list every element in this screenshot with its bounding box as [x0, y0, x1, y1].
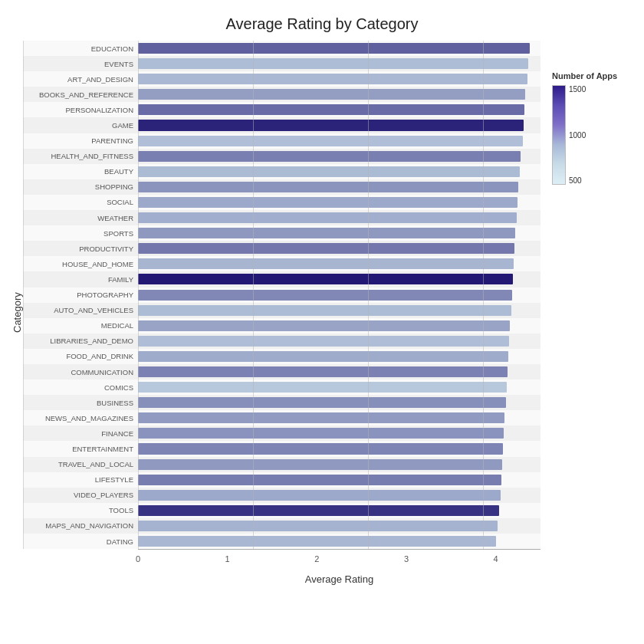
bar-container	[138, 56, 540, 71]
chart-body: Category EDUCATIONEVENTSART_AND_DESIGNBO…	[8, 41, 636, 585]
category-label: NEWS_AND_MAGAZINES	[23, 414, 138, 422]
table-row: PARENTING	[23, 133, 540, 149]
table-row: VIDEO_PLAYERS	[23, 488, 540, 503]
table-row: WEATHER	[23, 210, 540, 225]
category-label: GAME	[23, 121, 138, 130]
legend-label-top: 1500	[569, 85, 586, 94]
bar-container	[138, 488, 540, 503]
bar-container	[138, 503, 540, 518]
bar-container	[138, 71, 540, 87]
bar	[138, 505, 499, 516]
x-axis: 01234	[138, 549, 540, 572]
bar	[138, 428, 504, 439]
bar-container	[138, 117, 540, 133]
table-row: GAME	[23, 117, 540, 133]
bar	[138, 412, 504, 423]
category-label: BOOKS_AND_REFERENCE	[23, 90, 138, 99]
table-row: LIBRARIES_AND_DEMO	[23, 334, 540, 349]
bars-area: EDUCATIONEVENTSART_AND_DESIGNBOOKS_AND_R…	[23, 41, 540, 549]
bar	[138, 475, 501, 485]
table-row: PERSONALIZATION	[23, 102, 540, 117]
bar-container	[138, 41, 540, 56]
bar-container	[138, 179, 540, 195]
category-label: MEDICAL	[23, 321, 138, 330]
bar	[138, 212, 517, 223]
x-tick: 2	[314, 554, 319, 564]
bar	[138, 166, 520, 177]
legend-label-mid: 1000	[569, 131, 586, 140]
bar-container	[138, 271, 540, 287]
bar-container	[138, 395, 540, 410]
bar-container	[138, 380, 540, 395]
table-row: NEWS_AND_MAGAZINES	[23, 410, 540, 426]
bar	[138, 120, 524, 130]
bar	[138, 151, 521, 162]
bar	[138, 397, 506, 408]
category-label: EVENTS	[23, 60, 138, 68]
bar	[138, 258, 514, 269]
category-label: PRODUCTIVITY	[23, 245, 138, 253]
bar-container	[138, 472, 540, 488]
category-label: SHOPPING	[23, 182, 138, 191]
x-tick: 1	[225, 554, 230, 564]
bar-container	[138, 349, 540, 364]
x-tick: 0	[136, 554, 140, 564]
bar	[138, 89, 525, 100]
category-label: FOOD_AND_DRINK	[23, 352, 138, 360]
table-row: FAMILY	[23, 271, 540, 287]
chart-container: Average Rating by Category Category EDUC…	[0, 0, 644, 644]
legend-title: Number of Apps	[552, 71, 617, 80]
category-label: AUTO_AND_VEHICLES	[23, 306, 138, 314]
chart-main: EDUCATIONEVENTSART_AND_DESIGNBOOKS_AND_R…	[23, 41, 540, 585]
category-label: COMMUNICATION	[23, 368, 138, 376]
table-row: AUTO_AND_VEHICLES	[23, 303, 540, 318]
category-label: WEATHER	[23, 214, 138, 222]
table-row: SPORTS	[23, 225, 540, 241]
bar-container	[138, 225, 540, 241]
category-label: COMICS	[23, 383, 138, 392]
category-label: TRAVEL_AND_LOCAL	[23, 460, 138, 468]
category-label: PARENTING	[23, 136, 138, 145]
category-label: SPORTS	[23, 229, 138, 238]
table-row: LIFESTYLE	[23, 472, 540, 488]
bar-container	[138, 334, 540, 349]
bar-container	[138, 410, 540, 426]
bar	[138, 366, 508, 377]
bar-container	[138, 426, 540, 441]
category-label: FAMILY	[23, 275, 138, 284]
legend-gradient	[552, 85, 566, 185]
table-row: PRODUCTIVITY	[23, 241, 540, 256]
category-label: VIDEO_PLAYERS	[23, 491, 138, 499]
x-tick: 3	[404, 554, 409, 564]
bar	[138, 459, 502, 470]
category-label: FINANCE	[23, 429, 138, 438]
bar	[138, 490, 501, 501]
y-axis-label: Category	[8, 41, 23, 585]
bar-container	[138, 318, 540, 334]
bar	[138, 74, 527, 84]
bar	[138, 290, 512, 301]
category-label: BUSINESS	[23, 399, 138, 407]
bar	[138, 305, 511, 316]
bar-container	[138, 210, 540, 225]
table-row: ART_AND_DESIGN	[23, 71, 540, 87]
bar-container	[138, 87, 540, 102]
table-row: PHOTOGRAPHY	[23, 288, 540, 303]
bar	[138, 228, 515, 238]
category-label: HOUSE_AND_HOME	[23, 260, 138, 268]
table-row: TRAVEL_AND_LOCAL	[23, 457, 540, 472]
category-label: BEAUTY	[23, 167, 138, 176]
category-label: PERSONALIZATION	[23, 106, 138, 114]
bar-container	[138, 241, 540, 256]
category-label: SOCIAL	[23, 198, 138, 206]
table-row: HEALTH_AND_FITNESS	[23, 149, 540, 164]
table-row: MEDICAL	[23, 318, 540, 334]
table-row: COMICS	[23, 380, 540, 395]
x-axis-label: Average Rating	[138, 573, 540, 585]
bar-container	[138, 195, 540, 210]
bar-container	[138, 133, 540, 149]
table-row: ENTERTAINMENT	[23, 441, 540, 456]
bar	[138, 443, 503, 454]
table-row: TOOLS	[23, 503, 540, 518]
table-row: MAPS_AND_NAVIGATION	[23, 518, 540, 534]
